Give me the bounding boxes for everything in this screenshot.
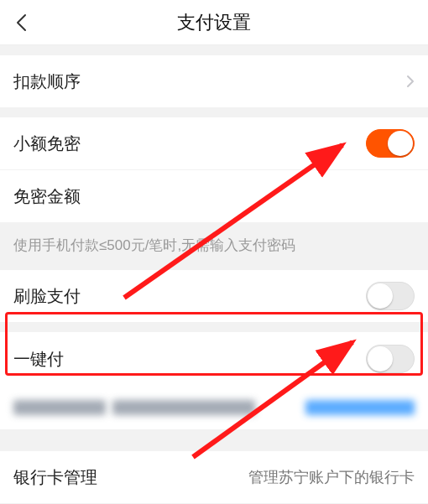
row-value: 管理苏宁账户下的银行卡 <box>248 467 415 487</box>
row-face-pay: 刷脸支付 <box>0 270 428 322</box>
row-small-no-pwd: 小额免密 <box>0 117 428 169</box>
hint-text: 使用手机付款≤500元/笔时,无需输入支付密码 <box>0 222 428 270</box>
toggle-small-no-pwd[interactable] <box>366 129 415 158</box>
row-one-key-pay: 一键付 <box>0 332 428 386</box>
row-label: 小额免密 <box>13 132 81 155</box>
row-label: 扣款顺序 <box>13 70 81 93</box>
row-deduct-order[interactable]: 扣款顺序 <box>0 55 428 107</box>
row-bank-manage[interactable]: 银行卡管理 管理苏宁账户下的银行卡 <box>0 451 428 503</box>
chevron-left-icon <box>15 13 29 32</box>
back-button[interactable] <box>12 13 32 33</box>
row-value <box>262 71 398 91</box>
toggle-face-pay[interactable] <box>366 282 415 310</box>
page-title: 支付设置 <box>0 10 428 35</box>
row-label: 免密金额 <box>13 185 81 208</box>
chevron-right-icon <box>406 75 415 88</box>
toggle-one-key-pay[interactable] <box>366 345 415 373</box>
row-label: 刷脸支付 <box>13 285 81 308</box>
row-label: 银行卡管理 <box>13 466 97 489</box>
row-label: 一键付 <box>13 348 64 371</box>
row-value <box>369 186 415 206</box>
header: 支付设置 <box>0 0 428 45</box>
row-no-pwd-amount[interactable]: 免密金额 <box>0 170 428 222</box>
blurred-description <box>0 386 428 429</box>
